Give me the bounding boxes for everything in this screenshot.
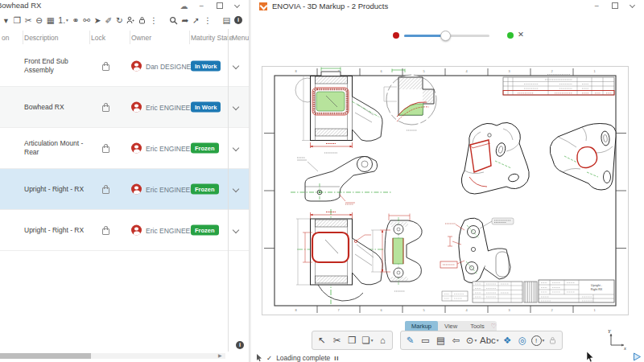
table-row[interactable]: Upright - Right - RX Eric ENGINEER Froze… (0, 169, 249, 210)
column-header-maturity-state[interactable]: Maturity State (191, 34, 233, 42)
column-header-on[interactable]: on (2, 34, 9, 42)
table-row[interactable]: Front End Sub Assembly Dan DESIGNER In W… (0, 46, 249, 87)
part-description: Upright - Right - RX (24, 226, 89, 235)
row-menu-chevron[interactable] (233, 228, 238, 232)
sheet-title-line2: Right RX (591, 288, 603, 291)
table-row[interactable]: Articulation Mount - Rear Eric ENGINEER … (0, 128, 249, 169)
export-icon[interactable]: ➦ (181, 14, 188, 26)
axis-triad: Y x (605, 328, 628, 351)
circle-tool-icon[interactable]: ⊙▾ (464, 333, 478, 348)
part-description: Front End Sub Assembly (24, 57, 89, 74)
scroll-right-arrow[interactable]: ▶ (218, 353, 222, 359)
pointer-status-icon (256, 354, 262, 362)
note-tool-icon[interactable]: ▤ (434, 333, 448, 348)
select-pointer-icon[interactable]: ➚ (192, 14, 200, 26)
part-description: Articulation Mount - Rear (24, 139, 89, 156)
compare-close-icon[interactable]: ✕ (518, 30, 524, 39)
axis-label-x: x (623, 345, 626, 351)
sync-icon[interactable]: ↻ (116, 14, 123, 26)
left-window-controls: ☁− (179, 1, 242, 10)
attach-3d-tool-icon[interactable]: ❖ (501, 333, 514, 348)
part-description: Upright - Right - RX (24, 185, 89, 194)
more-vertical-2-icon[interactable]: ⋮ (203, 14, 212, 26)
compare-slider-handle[interactable] (440, 31, 451, 41)
maturity-badge: Frozen (191, 143, 219, 154)
owner-name: Eric ENGINEER (146, 185, 195, 193)
link-icon[interactable]: ⚭ (72, 14, 79, 26)
mouse-cursor (586, 352, 595, 362)
thumbnail-grid-icon[interactable]: ▦ (47, 14, 55, 26)
column-header-menu[interactable]: Menu (232, 34, 249, 42)
cloud-status-icon[interactable]: ☁ (179, 1, 189, 10)
minimize-icon[interactable]: − (196, 1, 207, 10)
compare-left-marker[interactable] (393, 32, 399, 39)
maturity-badge: In Work (191, 102, 221, 113)
info-icon[interactable] (234, 16, 242, 24)
arrow-tool-icon[interactable]: ⇦ (449, 333, 463, 348)
axis-label-y: Y (608, 328, 612, 334)
owner-avatar (131, 102, 142, 113)
maturity-badge: In Work (191, 61, 221, 72)
paste-tool-icon[interactable]: ❏▾ (361, 333, 374, 348)
scrollbar-thumb[interactable] (0, 353, 91, 359)
owner-avatar (131, 225, 142, 236)
markup-select-tool-icon[interactable]: ✎ (403, 333, 417, 348)
lock-icon[interactable] (102, 225, 109, 235)
zoom-area-tool-icon[interactable]: ◎ (516, 333, 530, 348)
lock-icon[interactable] (102, 102, 109, 112)
column-header-owner[interactable]: Owner (131, 34, 151, 42)
table-row[interactable]: Bowhead RX Eric ENGINEER In Work (0, 87, 249, 128)
horizontal-scrollbar[interactable] (0, 353, 225, 359)
more-vertical-icon[interactable]: ⋮ (150, 14, 159, 26)
home-tool-icon[interactable]: ⌂ (376, 333, 390, 348)
row-menu-chevron[interactable] (233, 146, 238, 150)
cut-tool-icon[interactable]: ✂ (330, 333, 344, 348)
share-icon[interactable]: ➤ (94, 14, 101, 26)
lock-icon[interactable] (102, 184, 109, 194)
column-header-lock[interactable]: Lock (91, 34, 105, 42)
lock-icon[interactable] (102, 61, 109, 71)
viewer-title: ENOVIA - 3D Markup - 2 Products (272, 2, 388, 10)
favorite-heart-icon[interactable]: ♡ (491, 323, 500, 330)
select-tool-icon[interactable]: ↖ (315, 333, 328, 348)
actions-caret-icon[interactable]: ▾ (2, 14, 10, 26)
copy-tool-icon[interactable]: ❐ (345, 333, 359, 348)
remove-icon[interactable]: ⊖ (35, 14, 43, 26)
pause-button[interactable]: II (334, 355, 339, 362)
compare-right-marker[interactable] (507, 32, 514, 39)
cut-icon[interactable]: ✂ (25, 14, 32, 26)
row-menu-chevron[interactable] (233, 64, 238, 68)
sheet-title-line1: Upright - (591, 284, 603, 287)
compare-icon[interactable]: ⚯ (83, 14, 90, 26)
status-text: Loading complete (276, 354, 330, 362)
text-tool-icon[interactable]: Abc▾ (480, 333, 499, 348)
viewer-status-bar: ✓ Loading complete II (256, 354, 339, 362)
copy-icon[interactable]: ❐ (14, 14, 21, 26)
search-icon[interactable] (169, 14, 178, 26)
collapse-icon[interactable] (232, 1, 242, 10)
lock-icon[interactable] (102, 143, 109, 153)
revision-table (503, 75, 614, 96)
right-window-controls: − (592, 1, 638, 10)
attach-icon[interactable]: ✐ (105, 14, 112, 26)
minimize-icon[interactable]: − (592, 1, 602, 10)
row-menu-chevron[interactable] (233, 105, 238, 109)
navigation-panel: Bowhead RX ☁− ▾❐✂⊖▦1.▾⚭⚯➤✐↻⋮➦➚⋮▤ onDescr… (0, 0, 249, 362)
left-toolbar: ▾❐✂⊖▦1.▾⚭⚯➤✐↻⋮➦➚⋮▤ (2, 13, 242, 27)
corner-flag-icon[interactable] (633, 352, 642, 361)
numbered-list-icon[interactable]: 1.▾ (58, 14, 68, 26)
rectangle-tool-icon[interactable]: ▭ (419, 333, 432, 348)
table-row[interactable]: Upright - Right - RX Eric ENGINEER Froze… (0, 210, 249, 251)
column-header-description[interactable]: Description (24, 34, 59, 42)
collapse-icon[interactable] (627, 1, 638, 10)
assign-user-icon[interactable] (126, 14, 134, 26)
lock-view-tool-icon[interactable] (546, 333, 559, 348)
table-view-icon[interactable]: ▤ (223, 14, 231, 26)
info-icon[interactable] (236, 341, 244, 349)
maximize-icon[interactable] (214, 1, 225, 10)
row-menu-chevron[interactable] (233, 187, 238, 191)
issue-tool-icon[interactable]: !▾ (531, 333, 545, 348)
lock-icon[interactable] (138, 14, 146, 26)
drawing-canvas[interactable]: 8877665544332211 (262, 66, 629, 315)
maximize-icon[interactable] (609, 1, 620, 10)
